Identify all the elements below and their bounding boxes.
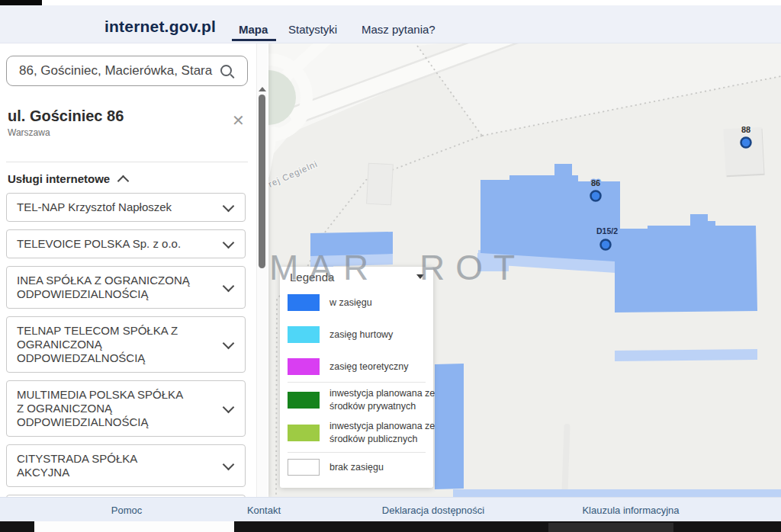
tab-mapa[interactable]: Mapa: [239, 23, 268, 36]
coverage-light-strip: [477, 253, 509, 271]
legend-item: w zasięgu: [288, 294, 450, 311]
legend-item: zasięg hurtowy: [288, 326, 450, 343]
footer-link-pomoc[interactable]: Pomoc: [111, 505, 142, 516]
capture-bottom-gray: [548, 523, 673, 532]
map-legend: Legenda w zasięgu zasięg hurtowy zasięg …: [280, 267, 433, 488]
provider-accordion[interactable]: TELEVOICE POLSKA Sp. z o.o.: [6, 229, 246, 258]
marker-label-d15-2: D15/2: [596, 226, 618, 236]
path-strip: [561, 424, 570, 495]
sidebar-scrollbar-thumb[interactable]: [259, 95, 265, 268]
legend-swatch-wholesale: [288, 326, 320, 343]
street-label: rej Cegielni: [268, 159, 319, 189]
active-tab-underline: [232, 39, 276, 41]
header-bar: internet.gov.pl Mapa Statystyki Masz pyt…: [0, 5, 781, 43]
coverage-polygon-west[interactable]: [310, 232, 393, 256]
sidebar-divider: [6, 162, 248, 162]
tab-statystyki[interactable]: Statystyki: [288, 23, 337, 36]
legend-title: Legenda: [290, 271, 334, 284]
legend-label: w zasięgu: [329, 296, 450, 309]
provider-accordion[interactable]: CITYSTRADA SPÓŁKA AKCYJNA: [6, 444, 246, 487]
scroll-up-icon[interactable]: [259, 87, 266, 91]
capture-top-strip: [0, 0, 781, 5]
section-internet-services[interactable]: Usługi internetowe: [8, 172, 127, 185]
legend-swatch-theoretical: [288, 358, 320, 375]
selected-address-title: ul. Gościniec 86: [8, 107, 124, 125]
provider-name: TELNAP TELECOM SPÓŁKA Z OGRANICZONĄ ODPO…: [17, 324, 192, 365]
chevron-down-icon[interactable]: [223, 237, 235, 249]
legend-divider: [288, 382, 426, 383]
section-label: Usługi internetowe: [8, 172, 110, 185]
legend-item: zasięg teoretyczny: [288, 358, 450, 375]
chevron-down-icon[interactable]: [223, 280, 235, 293]
chevron-down-icon[interactable]: [223, 338, 235, 350]
coverage-light-strip: [615, 349, 757, 361]
marker-label-88: 88: [741, 125, 750, 134]
legend-label: brak zasięgu: [329, 461, 450, 474]
sidebar-panel: ul. Gościniec 86 Warszawa ✕ Usługi inter…: [0, 43, 268, 497]
close-icon[interactable]: ✕: [232, 113, 245, 128]
coverage-bottom-band: [453, 489, 781, 497]
capture-top-black: [0, 0, 42, 5]
legend-swatch-public-investment: [288, 425, 320, 441]
legend-item: inwestycja planowana ze środków publiczn…: [288, 420, 450, 446]
site-logo[interactable]: internet.gov.pl: [104, 18, 216, 36]
legend-label: zasięg hurtowy: [329, 328, 450, 341]
provider-accordion[interactable]: INEA SPÓŁKA Z OGRANICZONĄ ODPOWIEDZIALNO…: [6, 266, 246, 309]
app-window: rej Cegielni 88 86 D15/2 Legenda w zasię…: [0, 0, 781, 532]
capture-bottom-white: [34, 521, 234, 532]
search-input[interactable]: [18, 59, 225, 82]
provider-accordion[interactable]: MULTIMEDIA POLSKA SPÓŁKA Z OGRANICZONĄ O…: [6, 380, 246, 437]
legend-swatch-no-coverage: [288, 459, 320, 476]
legend-swatch-private-investment: [288, 392, 320, 409]
building: [367, 163, 394, 205]
chevron-down-icon[interactable]: [223, 200, 235, 213]
legend-label: zasięg teoretyczny: [329, 361, 450, 373]
provider-accordion[interactable]: TEL-NAP Krzysztof Napłoszek: [6, 193, 246, 222]
provider-name: TELEVOICE POLSKA Sp. z o.o.: [17, 237, 192, 251]
legend-item: inwestycja planowana ze środków prywatny…: [288, 387, 450, 413]
capture-bottom-strip: [0, 521, 781, 532]
footer-link-deklaracja[interactable]: Deklaracja dostępności: [382, 505, 484, 516]
chevron-down-icon[interactable]: [223, 402, 235, 414]
provider-accordion[interactable]: TELNAP TELECOM SPÓŁKA Z OGRANICZONĄ ODPO…: [6, 316, 246, 373]
chevron-down-icon[interactable]: [223, 459, 235, 471]
footer-link-klauzula[interactable]: Klauzula informacyjna: [582, 505, 679, 516]
legend-collapse-icon[interactable]: [416, 274, 424, 279]
footer-link-kontakt[interactable]: Kontakt: [247, 505, 281, 516]
marker-point-d15-2[interactable]: [601, 240, 611, 250]
legend-label: inwestycja planowana ze środków prywatny…: [329, 387, 450, 413]
provider-name: INEA SPÓŁKA Z OGRANICZONĄ ODPOWIEDZIALNO…: [17, 274, 192, 301]
building-88: [723, 127, 763, 176]
selected-address-city: Warszawa: [8, 127, 50, 138]
provider-name: CITYSTRADA SPÓŁKA AKCYJNA: [17, 452, 192, 479]
marker-point-88[interactable]: [741, 138, 751, 148]
provider-name: TEL-NAP Krzysztof Napłoszek: [17, 200, 192, 214]
legend-swatch-in-range: [288, 294, 320, 311]
tab-masz-pytania[interactable]: Masz pytania?: [362, 23, 435, 36]
search-box: [6, 56, 248, 86]
marker-point-86[interactable]: [591, 191, 601, 201]
footer-bar: Pomoc Kontakt Deklaracja dostępności Kla…: [0, 497, 781, 522]
provider-name: MULTIMEDIA POLSKA SPÓŁKA Z OGRANICZONĄ O…: [17, 388, 192, 429]
search-icon[interactable]: [220, 65, 232, 76]
legend-item: brak zasięgu: [288, 459, 450, 476]
chevron-up-icon[interactable]: [117, 175, 130, 187]
legend-divider: [288, 452, 426, 453]
marker-label-86: 86: [591, 178, 600, 187]
coverage-polygon-main[interactable]: [480, 164, 757, 312]
provider-list: TEL-NAP Krzysztof Napłoszek TELEVOICE PO…: [6, 193, 246, 497]
legend-label: inwestycja planowana ze środków publiczn…: [329, 420, 450, 446]
